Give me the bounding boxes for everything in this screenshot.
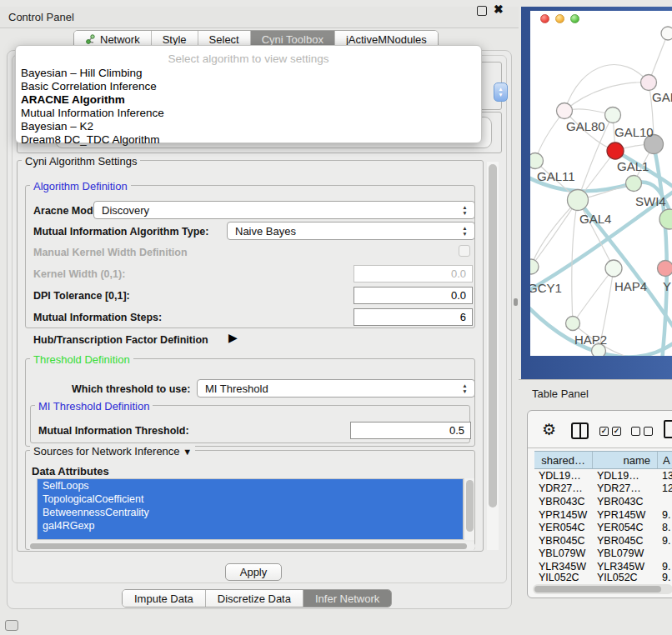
node-big-green[interactable] [659, 209, 672, 229]
table-panel: ⚙ ✓✓ shared… name A YDL19… YDL19… 13 YDR… [527, 410, 672, 598]
data-attributes-list[interactable]: SelfLoops TopologicalCoefficient Between… [37, 478, 464, 540]
mi-algorithm-type-combo[interactable]: Naive Bayes ▲▼ [227, 222, 475, 240]
kernel-width-field[interactable]: 0.0 [354, 265, 473, 282]
which-threshold-combo[interactable]: MI Threshold ▲▼ [197, 379, 475, 398]
popup-item-mutual-information[interactable]: Mutual Information Inference [21, 107, 164, 119]
kernel-width-label: Kernel Width (0,1): [33, 268, 125, 280]
node-gcy1[interactable] [530, 259, 539, 274]
node-gal80[interactable] [557, 103, 573, 119]
close-icon[interactable]: ✖ [494, 2, 504, 16]
node-hap4[interactable] [605, 260, 622, 277]
table-panel-title: Table Panel [532, 388, 589, 400]
control-panel-titlebar: Control Panel [0, 7, 519, 28]
label-swi4: SWI4 [635, 194, 666, 208]
table-row[interactable]: YBL079W YBL079W [534, 548, 672, 561]
mi-algorithm-type-label: Mutual Information Algorithm Type: [33, 226, 208, 238]
gear-icon[interactable]: ⚙ [542, 422, 556, 438]
label-gal: GAL [652, 90, 672, 104]
popup-item-aracne[interactable]: ARACNE Algorithm [21, 93, 125, 106]
label-y-partial: Y [663, 279, 671, 293]
node-gal10[interactable] [605, 108, 621, 123]
popup-item-bayesian-k2[interactable]: Bayesian – K2 [21, 120, 93, 132]
dpi-tolerance-label: DPI Tolerance [0,1]: [33, 290, 130, 302]
column-header-clipped[interactable]: A [658, 452, 672, 468]
table-row[interactable]: YBR045C YBR045C 9. [534, 534, 672, 548]
column-header-shared-name[interactable]: shared… [534, 452, 593, 468]
node-swi4[interactable] [626, 176, 642, 192]
list-item-topologicalcoefficient[interactable]: TopologicalCoefficient [38, 492, 463, 506]
select-all-checkboxes-icon[interactable]: ✓✓ [599, 427, 621, 436]
mi-threshold-definition-legend: MI Threshold Definition [35, 400, 153, 412]
aracne-mode-combo[interactable]: Discovery ▲▼ [93, 201, 475, 219]
manual-kernel-width-checkbox[interactable] [459, 245, 470, 257]
tab-infer-network[interactable]: Infer Network [303, 590, 391, 607]
combo-arrows-icon: ▲▼ [461, 204, 469, 216]
bottom-tabbar: Impute Data Discretize Data Infer Networ… [122, 589, 392, 608]
collapse-arrow-icon[interactable]: ▼ [183, 447, 192, 457]
label-gal11: GAL11 [537, 169, 575, 183]
expand-arrow-icon[interactable]: ▶ [228, 331, 238, 344]
label-gcy1: GCY1 [530, 281, 562, 295]
table-row[interactable]: YDL19… YDL19… 13 [534, 469, 672, 482]
tab-network-label: Network [100, 33, 140, 46]
table-hscrollbar-thumb[interactable] [534, 586, 661, 592]
network-icon [85, 34, 96, 45]
settings-scrollbar-thumb[interactable] [489, 164, 497, 508]
dpi-tolerance-field[interactable]: 0.0 [354, 287, 473, 304]
list-item-gal4rgexp[interactable]: gal4RGexp [38, 519, 463, 532]
table-row[interactable]: YBR043C YBR043C [534, 495, 672, 508]
table-hscrollbar[interactable] [533, 584, 672, 594]
mi-threshold-label: Mutual Information Threshold: [38, 425, 189, 437]
network-canvas[interactable]: GAL GAL80 GAL10 GAL1 GAL11 SWI4 GAL4 GCY… [530, 11, 672, 356]
tab-impute-data[interactable]: Impute Data [123, 590, 205, 607]
mi-threshold-field[interactable]: 0.5 [350, 422, 471, 439]
attributes-hscrollbar-thumb[interactable] [30, 543, 467, 549]
node-gal4[interactable] [568, 190, 589, 211]
popup-item-bayesian-hill-climbing[interactable]: Bayesian – Hill Climbing [21, 67, 143, 79]
column-header-name[interactable]: name [593, 452, 658, 468]
table-header-row: shared… name A [534, 451, 672, 469]
label-gal10: GAL10 [614, 125, 654, 139]
algorithm-dropdown-popup: Select algorithm to view settings Bayesi… [15, 45, 482, 143]
popup-item-basic-correlation[interactable]: Basic Correlation Inference [21, 80, 157, 92]
network-view-window[interactable]: GAL GAL80 GAL10 GAL1 GAL11 SWI4 GAL4 GCY… [530, 11, 672, 356]
columns-icon[interactable] [571, 422, 589, 439]
label-gal1: GAL1 [617, 159, 649, 173]
list-item-partial[interactable] [38, 532, 463, 540]
combo-arrows-icon: ▲▼ [461, 225, 469, 237]
popup-item-dream8[interactable]: Dream8 DC_TDC Algorithm [21, 133, 160, 146]
tab-discretize-data[interactable]: Discretize Data [205, 590, 303, 607]
node-hap2[interactable] [566, 317, 580, 331]
apply-button[interactable]: Apply [225, 563, 282, 581]
combo-arrows-icon: ▲▼ [461, 382, 469, 394]
attributes-scrollbar-thumb[interactable] [466, 480, 474, 532]
table-row-clipped[interactable]: YIL052C YIL052C 9. [534, 573, 672, 582]
node-gal-pink[interactable] [641, 75, 657, 91]
minimized-panel-icon[interactable] [5, 620, 18, 631]
node-partial-top[interactable] [661, 27, 672, 40]
float-window-icon[interactable] [477, 6, 487, 16]
table-row[interactable]: YPR145W YPR145W 9. [534, 508, 672, 522]
which-threshold-label: Which threshold to use: [72, 383, 190, 395]
list-item-betweennesscentrality[interactable]: BetweennessCentrality [38, 506, 463, 519]
node-gal11[interactable] [530, 153, 544, 169]
algorithm-combo-spinner[interactable]: ▲▼ [494, 82, 508, 102]
attributes-hscrollbar[interactable] [28, 542, 475, 551]
settings-scrollbar[interactable] [487, 162, 499, 550]
list-item-selfloops[interactable]: SelfLoops [38, 479, 463, 492]
label-hap4: HAP4 [614, 279, 647, 293]
mi-steps-field[interactable]: 6 [354, 308, 473, 326]
attributes-list-scrollbar[interactable] [464, 478, 474, 540]
table-row[interactable]: YLR345W YLR345W 9. [534, 560, 672, 573]
toolbar-divider [528, 448, 672, 448]
application-root: Control Panel ✖ Network Style Select Cyn… [0, 0, 672, 635]
node-red-gal1[interactable] [607, 142, 624, 159]
panel-splitter-handle[interactable] [514, 298, 518, 306]
node-salmon[interactable] [658, 261, 672, 277]
table-row[interactable]: YDR27… YDR27… 12 [534, 482, 672, 496]
deselect-all-checkboxes-icon[interactable] [631, 427, 653, 436]
node-table: shared… name A YDL19… YDL19… 13 YDR27… Y… [534, 451, 672, 582]
new-table-icon[interactable] [664, 420, 672, 438]
mi-steps-label: Mutual Information Steps: [33, 312, 162, 323]
table-row[interactable]: YER054C YER054C 8. [534, 521, 672, 534]
